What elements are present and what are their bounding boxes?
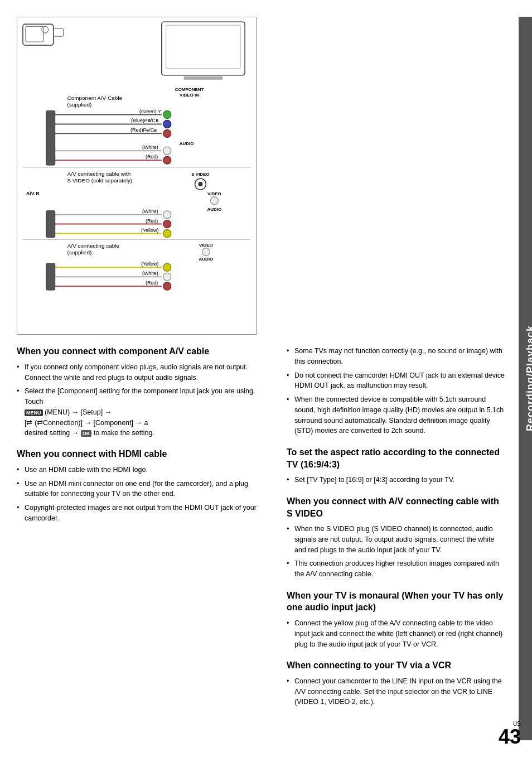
bullet-item: Use an HDMI cable with the HDMI logo. [17, 465, 268, 475]
sidebar-label: Recording/Playback [525, 325, 533, 431]
svg-point-23 [163, 156, 171, 164]
bullet-item: Connect your camcorder to the LINE IN in… [287, 676, 505, 707]
svg-text:(White): (White) [142, 271, 158, 276]
svg-text:(Blue)Pʙ/Cʙ: (Blue)Pʙ/Cʙ [131, 118, 158, 123]
bullet-item: Connect the yellow plug of the A/V conne… [287, 618, 505, 649]
sidebar: Recording/Playback [519, 17, 532, 740]
section-monaural: When your TV is monaural (When your TV h… [287, 590, 505, 649]
svg-rect-4 [162, 22, 245, 75]
s-video-bullets: When the S VIDEO plug (S VIDEO channel) … [287, 524, 505, 580]
page-number-area: US 43 [499, 721, 521, 747]
svg-point-56 [163, 282, 171, 290]
svg-rect-5 [166, 25, 240, 69]
svg-point-13 [163, 120, 171, 128]
section-aspect-ratio: To set the aspect ratio according to the… [287, 446, 505, 485]
connection-diagram: COMPONENT VIDEO IN Component A/V Cable (… [17, 17, 513, 335]
svg-point-16 [163, 129, 171, 137]
svg-point-20 [163, 147, 171, 155]
bullet-item: Use an HDMI mini connector on one end (f… [17, 479, 268, 500]
right-text-column: Some TVs may not function correctly (e.g… [279, 346, 513, 717]
svg-text:AUDIO: AUDIO [199, 257, 214, 262]
svg-text:VIDEO: VIDEO [207, 191, 221, 196]
svg-rect-43 [46, 211, 55, 238]
menu-badge: MENU [25, 409, 43, 416]
component-av-title: When you connect with component A/V cabl… [17, 346, 268, 358]
svg-rect-3 [54, 28, 64, 36]
svg-text:(White): (White) [142, 144, 158, 150]
section-general-notes: Some TVs may not function correctly (e.g… [287, 346, 505, 436]
component-av-bullets: If you connect only component video plug… [17, 362, 268, 438]
svg-text:(supplied): (supplied) [67, 249, 92, 255]
page-number: 43 [499, 727, 521, 747]
svg-text:S VIDEO: S VIDEO [191, 172, 209, 177]
component-label: COMPONENT [175, 87, 204, 92]
hdmi-bullets: Use an HDMI cable with the HDMI logo. Us… [17, 465, 268, 524]
camcorder-icon [23, 24, 64, 45]
svg-text:(White): (White) [142, 209, 158, 214]
bullet-item: Do not connect the camcorder HDMI OUT ja… [287, 370, 505, 392]
bullet-item: When the S VIDEO plug (S VIDEO channel) … [287, 524, 505, 555]
svg-text:AUDIO: AUDIO [180, 141, 194, 146]
vcr-bullets: Connect your camcorder to the LINE IN in… [287, 676, 505, 707]
svg-text:VIDEO: VIDEO [199, 243, 213, 248]
section-s-video: When you connect with A/V connecting cab… [287, 495, 505, 580]
svg-rect-58 [46, 263, 55, 290]
svg-point-47 [202, 248, 210, 255]
svg-rect-1 [26, 26, 43, 42]
bullet-item: When the connected device is compatible … [287, 394, 505, 436]
s-video-title: When you connect with A/V connecting cab… [287, 495, 505, 519]
svg-text:(Yellow): (Yellow) [141, 261, 158, 267]
svg-point-41 [163, 230, 171, 238]
page-container: COMPONENT VIDEO IN Component A/V Cable (… [0, 0, 532, 757]
vcr-title: When connecting to your TV via a VCR [287, 659, 505, 672]
svg-text:(Red): (Red) [146, 218, 158, 224]
svg-text:(supplied): (supplied) [67, 102, 92, 108]
svg-point-32 [210, 197, 218, 205]
svg-text:(Red)Pᴃ/Cᴃ: (Red)Pᴃ/Cᴃ [130, 127, 157, 133]
svg-point-50 [163, 263, 171, 271]
monaural-title: When your TV is monaural (When your TV h… [287, 590, 505, 614]
section-component-av: When you connect with component A/V cabl… [17, 346, 268, 438]
bullet-item: Copyright-protected images are not outpu… [17, 503, 268, 524]
section-vcr: When connecting to your TV via a VCR Con… [287, 659, 505, 707]
lower-content: When you connect with component A/V cabl… [17, 346, 513, 717]
svg-text:AUDIO: AUDIO [207, 207, 222, 212]
tv-icon [162, 22, 245, 80]
svg-text:VIDEO IN: VIDEO IN [180, 93, 199, 98]
bullet-item: Set [TV Type] to [16:9] or [4:3] accordi… [287, 475, 505, 485]
bullet-item: Select the [Component] setting for the c… [17, 386, 268, 438]
ok-badge: OK [81, 430, 92, 437]
monaural-bullets: Connect the yellow plug of the A/V conne… [287, 618, 505, 649]
left-text-column: When you connect with component A/V cabl… [17, 346, 279, 717]
svg-point-2 [42, 26, 49, 33]
section-hdmi: When you connect with HDMI cable Use an … [17, 449, 268, 524]
main-content: COMPONENT VIDEO IN Component A/V Cable (… [17, 17, 519, 740]
svg-text:(Green) Y: (Green) Y [139, 109, 161, 114]
aspect-ratio-title: To set the aspect ratio according to the… [287, 446, 505, 470]
svg-text:(Red): (Red) [146, 154, 158, 160]
svg-point-38 [163, 220, 171, 228]
avr-label: A/V R [26, 191, 40, 196]
svg-rect-6 [184, 76, 223, 80]
bullet-item: Some TVs may not function correctly (e.g… [287, 346, 505, 367]
component-av-cable-label: Component A/V Cable [67, 95, 123, 101]
svg-point-35 [163, 211, 171, 219]
svg-point-10 [163, 111, 171, 119]
svg-text:S VIDEO (sold separately): S VIDEO (sold separately) [67, 177, 133, 184]
general-notes-bullets: Some TVs may not function correctly (e.g… [287, 346, 505, 436]
aspect-ratio-bullets: Set [TV Type] to [16:9] or [4:3] accordi… [287, 475, 505, 485]
svg-point-30 [198, 182, 202, 186]
svg-text:(Yellow): (Yellow) [141, 228, 158, 233]
bullet-item: This connection produces higher resoluti… [287, 558, 505, 580]
svg-point-53 [163, 273, 171, 281]
s-video-cable-label: A/V connecting cable with [67, 171, 131, 177]
svg-text:(Red): (Red) [146, 280, 158, 286]
svg-rect-25 [46, 111, 55, 166]
bullet-item: If you connect only component video plug… [17, 362, 268, 383]
av-cable-supplied-label: A/V connecting cable [67, 243, 120, 249]
hdmi-title: When you connect with HDMI cable [17, 449, 268, 460]
